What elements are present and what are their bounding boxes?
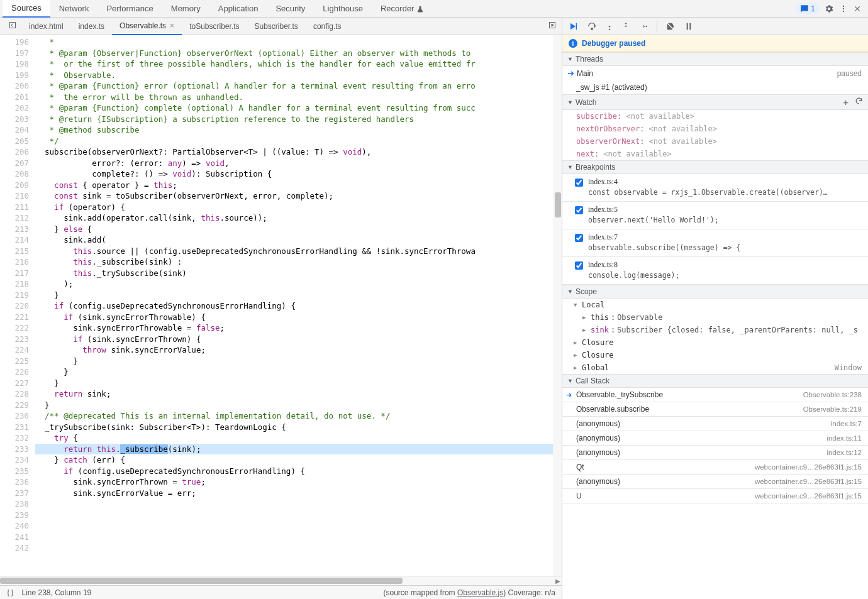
hscroll-right-arrow[interactable]: ▶ [555, 578, 560, 585]
threads-header[interactable]: ▼Threads [562, 52, 868, 66]
svg-rect-11 [689, 23, 691, 30]
watch-header[interactable]: ▼Watch + [562, 94, 868, 110]
disclosure-triangle-icon: ▼ [567, 56, 573, 62]
svg-rect-3 [10, 23, 16, 28]
panel-tab-lighthouse[interactable]: Lighthouse [314, 0, 372, 17]
panel-tab-performance[interactable]: Performance [97, 0, 162, 17]
scope-this[interactable]: ▶this: Observable [562, 311, 868, 324]
breakpoints-title: Breakpoints [576, 163, 615, 172]
svg-point-0 [843, 5, 844, 6]
step-out-icon[interactable] [621, 21, 630, 31]
top-right-controls: 1 [796, 3, 868, 14]
run-snippet-icon[interactable] [543, 19, 562, 33]
refresh-icon[interactable] [855, 97, 863, 105]
pause-exceptions-icon[interactable] [684, 21, 694, 31]
disclosure-triangle-icon: ▼ [567, 99, 573, 106]
breakpoint-checkbox[interactable] [575, 206, 583, 214]
issues-count: 1 [811, 4, 815, 13]
code-content[interactable]: * * @param {Observer|Function} observerO… [35, 35, 562, 576]
svg-rect-5 [576, 23, 577, 30]
status-bar: {} Line 238, Column 19 (source mapped fr… [0, 585, 562, 599]
horizontal-scrollbar[interactable]: ▶ [0, 576, 562, 585]
callstack-frame[interactable]: Qtwebcontainer.c9…26e863f1.js:15 [562, 460, 868, 474]
svg-point-7 [609, 28, 610, 30]
watch-title: Watch [576, 98, 597, 107]
scope-local[interactable]: ▼Local [562, 299, 868, 311]
callstack-frame[interactable]: Uwebcontainer.c9…26e863f1.js:15 [562, 489, 868, 503]
breakpoints-header[interactable]: ▼Breakpoints [562, 160, 868, 174]
breakpoint-checkbox[interactable] [575, 261, 583, 270]
source-map-info: (source mapped from Observable.js) Cover… [384, 588, 555, 597]
svg-rect-10 [687, 23, 688, 30]
breakpoint-checkbox[interactable] [575, 179, 583, 187]
step-icon[interactable] [638, 22, 649, 31]
thread-item[interactable]: ➜Mainpaused [562, 66, 868, 80]
callstack-frame[interactable]: (anonymous)index.ts:7 [562, 417, 868, 431]
resume-icon[interactable] [567, 21, 579, 31]
breakpoint-item[interactable]: index.ts:7observable.subscribe((message)… [562, 229, 868, 256]
chat-icon [800, 4, 809, 13]
watch-expression[interactable]: observerOrNext: <not available> [562, 135, 868, 148]
kebab-icon[interactable] [839, 4, 848, 14]
step-over-icon[interactable] [586, 21, 598, 31]
file-tab[interactable]: Observable.ts× [112, 18, 182, 35]
breakpoint-item[interactable]: index.ts:5observer.next('Hello World!'); [562, 202, 868, 229]
main-split: index.htmlindex.tsObservable.ts×toSubscr… [0, 18, 868, 599]
close-icon[interactable] [853, 4, 862, 13]
scope-header[interactable]: ▼Scope [562, 285, 868, 299]
callstack-frame[interactable]: Observable._trySubscribeObservable.ts:23… [562, 388, 868, 402]
disclosure-triangle-icon: ▼ [567, 378, 573, 384]
file-tab[interactable]: Subscriber.ts [247, 18, 306, 35]
scrollbar-thumb[interactable] [555, 192, 561, 217]
step-into-icon[interactable] [605, 21, 614, 31]
watch-expression[interactable]: next: <not available> [562, 148, 868, 160]
info-icon: i [569, 39, 577, 48]
pretty-print-icon[interactable]: {} [6, 588, 14, 598]
disclosure-triangle-icon: ▼ [567, 289, 573, 295]
breakpoint-checkbox[interactable] [575, 234, 583, 242]
svg-point-6 [591, 28, 593, 30]
threads-title: Threads [576, 55, 603, 63]
file-tabs: index.htmlindex.tsObservable.ts×toSubscr… [0, 18, 562, 35]
thread-item[interactable]: _sw_js #1 (activated) [562, 80, 868, 94]
panel-tab-memory[interactable]: Memory [162, 0, 209, 17]
code-editor[interactable]: 1961971981992002012022032042052062072082… [0, 35, 562, 576]
file-tab[interactable]: index.html [21, 18, 71, 35]
callstack-frame[interactable]: Observable.subscribeObservable.ts:219 [562, 402, 868, 416]
file-tab[interactable]: toSubscriber.ts [182, 18, 247, 35]
breakpoint-item[interactable]: index.ts:4const observable = rxjs_1.Obse… [562, 174, 868, 201]
callstack-header[interactable]: ▼Call Stack [562, 374, 868, 388]
scope-closure[interactable]: ▶Closure [562, 349, 868, 361]
banner-text: Debugger paused [582, 39, 645, 48]
file-tab[interactable]: config.ts [306, 18, 349, 35]
close-tab-icon[interactable]: × [170, 21, 174, 30]
hscroll-thumb[interactable] [0, 578, 403, 584]
panel-tab-network[interactable]: Network [50, 0, 98, 17]
callstack-title: Call Stack [576, 376, 609, 385]
watch-expression[interactable]: nextOrObserver: <not available> [562, 123, 868, 135]
vertical-scrollbar[interactable] [553, 35, 562, 576]
panel-tab-sources[interactable]: Sources [3, 0, 50, 18]
nav-back-icon[interactable] [4, 19, 21, 33]
scope-closure[interactable]: ▶Closure [562, 336, 868, 349]
add-watch-icon[interactable]: + [843, 97, 849, 107]
watch-expression[interactable]: subscribe: <not available> [562, 110, 868, 123]
deactivate-breakpoints-icon[interactable] [665, 21, 676, 31]
breakpoint-item[interactable]: index.ts:8console.log(message); [562, 257, 868, 284]
panel-tab-recorder[interactable]: Recorder [372, 0, 433, 17]
issues-badge[interactable]: 1 [796, 3, 819, 14]
gear-icon[interactable] [824, 4, 834, 14]
cursor-position: Line 238, Column 19 [21, 588, 91, 597]
source-map-link[interactable]: Observable.js [457, 588, 503, 597]
editor-pane: index.htmlindex.tsObservable.ts×toSubscr… [0, 18, 562, 599]
callstack-frame[interactable]: (anonymous)index.ts:12 [562, 446, 868, 459]
file-tab[interactable]: index.ts [71, 18, 112, 35]
scope-global[interactable]: ▶GlobalWindow [562, 361, 868, 374]
scope-sink[interactable]: ▶sink: Subscriber {closed: false, _paren… [562, 324, 868, 336]
callstack-frame[interactable]: (anonymous)webcontainer.c9…26e863f1.js:1… [562, 475, 868, 488]
debug-toolbar [562, 18, 868, 35]
panel-tab-security[interactable]: Security [267, 0, 314, 17]
debugger-paused-banner: i Debugger paused [562, 35, 868, 52]
callstack-frame[interactable]: (anonymous)index.ts:11 [562, 431, 868, 445]
panel-tab-application[interactable]: Application [209, 0, 267, 17]
